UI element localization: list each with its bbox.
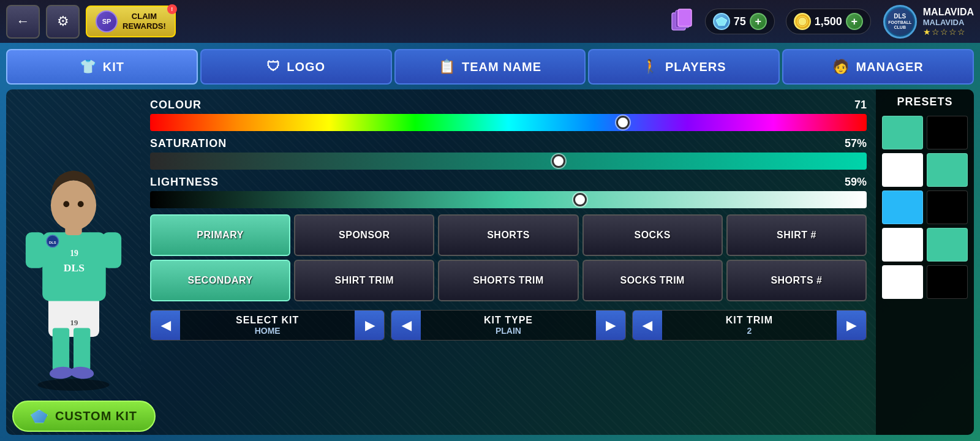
gem-currency-group: 75 +	[705, 9, 775, 34]
select-kit-title: SELECT KIT	[236, 315, 299, 326]
cards-icon-area[interactable]	[669, 8, 694, 35]
preset-row-5	[882, 265, 968, 299]
kit-trim-center: KIT TRIM 2	[662, 312, 837, 338]
svg-point-20	[63, 201, 69, 207]
color-btn-shorts-hash[interactable]: SHORTS #	[726, 260, 867, 301]
back-icon: ←	[17, 13, 30, 29]
svg-rect-16	[26, 232, 45, 268]
color-btn-primary[interactable]: PRIMARY	[150, 214, 290, 256]
preset-swatch-5b[interactable]	[927, 265, 968, 299]
back-button[interactable]: ←	[6, 5, 40, 39]
profile-section: DLS FOOTBALL CLUB MALAVIDA MALAVIDA ★☆☆☆…	[883, 5, 974, 39]
nav-tabs: 👕 KIT 🛡 LOGO 📋 TEAM NAME 🚶 PLAYERS 🧑 MAN…	[6, 49, 974, 85]
select-kit-prev[interactable]: ◀	[151, 311, 180, 340]
saturation-section: SATURATION 57%	[150, 137, 867, 170]
team-name-icon: 📋	[439, 59, 456, 75]
kit-trim-next[interactable]: ▶	[837, 311, 866, 340]
profile-name: MALAVIDA	[923, 7, 974, 18]
colour-slider[interactable]	[150, 114, 867, 131]
claim-rewards-text: CLAIM REWARDS!	[123, 12, 166, 31]
svg-marker-3	[716, 17, 727, 26]
saturation-value: 57%	[845, 137, 867, 150]
svg-rect-2	[678, 9, 692, 26]
svg-point-6	[37, 379, 109, 391]
settings-button[interactable]: ⚙	[46, 5, 80, 39]
add-gems-button[interactable]: +	[750, 13, 767, 30]
custom-kit-button[interactable]: CUSTOM KIT	[12, 401, 156, 432]
player-svg: DLS 19 19	[18, 134, 129, 391]
tab-manager[interactable]: 🧑 MANAGER	[782, 49, 974, 85]
color-buttons-grid: PRIMARY SPONSOR SHORTS SOCKS SHIRT # SEC…	[150, 214, 867, 301]
tab-manager-label: MANAGER	[856, 60, 923, 74]
preset-swatch-5a[interactable]	[882, 265, 923, 299]
color-btn-sponsor[interactable]: SPONSOR	[294, 214, 434, 256]
custom-kit-gem-icon	[31, 410, 48, 423]
kit-trim-subtitle: 2	[747, 326, 752, 336]
kit-type-center: KIT TYPE PLAIN	[421, 312, 595, 338]
presets-grid	[882, 116, 968, 299]
color-btn-socks-trim[interactable]: SOCKS TRIM	[582, 260, 723, 301]
select-kit-next[interactable]: ▶	[355, 311, 384, 340]
kit-type-next[interactable]: ▶	[596, 311, 625, 340]
profile-subtitle: MALAVIDA	[923, 18, 974, 27]
add-coins-button[interactable]: +	[846, 13, 863, 30]
color-btn-shorts[interactable]: SHORTS	[438, 214, 578, 256]
coin-icon	[794, 13, 811, 30]
lightness-thumb[interactable]	[573, 193, 587, 206]
saturation-label: SATURATION	[150, 137, 227, 150]
saturation-slider[interactable]	[150, 153, 867, 170]
color-btn-socks[interactable]: SOCKS	[582, 214, 723, 256]
svg-rect-17	[102, 232, 121, 268]
tab-logo[interactable]: 🛡 LOGO	[200, 49, 392, 85]
preset-swatch-4b[interactable]	[927, 228, 968, 262]
sp-badge: SP	[96, 10, 118, 32]
color-btn-shorts-trim[interactable]: SHORTS TRIM	[438, 260, 578, 301]
tab-kit-label: KIT	[103, 60, 124, 74]
color-btn-secondary[interactable]: SECONDARY	[150, 260, 290, 301]
top-bar: ← ⚙ SP CLAIM REWARDS! ! 75 +	[0, 0, 980, 43]
preset-swatch-2b[interactable]	[927, 153, 968, 187]
preset-row-2	[882, 153, 968, 187]
tab-team-name[interactable]: 📋 TEAM NAME	[394, 49, 586, 85]
tab-logo-label: LOGO	[287, 60, 325, 74]
kit-type-group: ◀ KIT TYPE PLAIN ▶	[391, 310, 625, 341]
manager-icon: 🧑	[832, 59, 850, 75]
lightness-label: LIGHTNESS	[150, 176, 219, 189]
preset-row-4	[882, 228, 968, 262]
preset-swatch-1a[interactable]	[882, 116, 923, 149]
presets-panel: PRESETS	[876, 89, 974, 435]
kit-trim-prev[interactable]: ◀	[633, 311, 662, 340]
presets-title: PRESETS	[882, 96, 968, 108]
tab-players[interactable]: 🚶 PLAYERS	[588, 49, 780, 85]
tab-kit[interactable]: 👕 KIT	[6, 49, 198, 85]
kit-type-prev[interactable]: ◀	[391, 311, 421, 340]
kit-type-subtitle: PLAIN	[496, 326, 521, 336]
tab-players-label: PLAYERS	[665, 60, 726, 74]
select-kit-subtitle: HOME	[255, 326, 281, 336]
svg-text:DLS: DLS	[49, 241, 56, 244]
bottom-nav: ◀ SELECT KIT HOME ▶ ◀ KIT TYPE PLAIN ▶	[150, 310, 867, 341]
colour-thumb[interactable]	[616, 116, 630, 129]
player-preview: DLS 19 19	[6, 89, 141, 435]
coin-currency-group: 1,500 +	[786, 9, 871, 34]
controls-area: COLOUR 71 SATURATION 57%	[141, 89, 876, 435]
gem-amount: 75	[734, 15, 746, 28]
preset-swatch-3b[interactable]	[927, 190, 968, 224]
claim-rewards-button[interactable]: SP CLAIM REWARDS! !	[86, 6, 176, 37]
kit-type-title: KIT TYPE	[484, 315, 533, 326]
star-rating: ★☆☆☆☆	[923, 27, 974, 37]
saturation-thumb[interactable]	[552, 154, 565, 168]
lightness-slider[interactable]	[150, 191, 867, 208]
colour-section: COLOUR 71	[150, 99, 867, 131]
select-kit-center: SELECT KIT HOME	[180, 312, 355, 338]
preset-swatch-1b[interactable]	[927, 116, 968, 149]
preset-swatch-4a[interactable]	[882, 228, 923, 262]
profile-logo[interactable]: DLS FOOTBALL CLUB	[883, 5, 917, 39]
color-btn-shirt-trim[interactable]: SHIRT TRIM	[294, 260, 434, 301]
color-btn-shirt-hash[interactable]: SHIRT #	[726, 214, 867, 256]
preset-swatch-2a[interactable]	[882, 153, 923, 187]
preset-swatch-3a[interactable]	[882, 190, 923, 224]
kit-trim-title: KIT TRIM	[726, 315, 773, 326]
svg-point-5	[798, 17, 807, 26]
tab-team-name-label: TEAM NAME	[462, 60, 541, 74]
